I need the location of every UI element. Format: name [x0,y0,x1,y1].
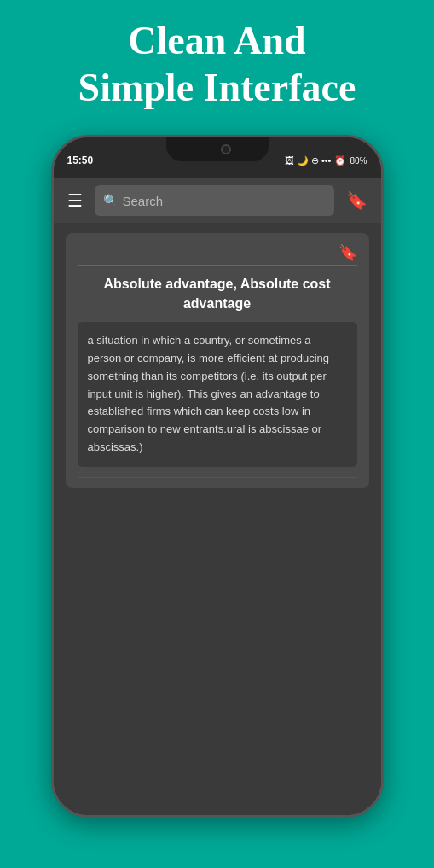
status-icons: 🖼 🌙 ⊕ ••• ⏰ 80% [285,150,367,166]
bookmark-toolbar-icon[interactable]: 🔖 [341,185,373,216]
alarm-icon: ⏰ [334,155,346,166]
card-bookmark-icon[interactable]: 🔖 [339,243,357,262]
header-line1: Clean And [128,19,305,62]
content-area: 🔖 Absolute advantage, Absolute cost adva… [54,223,381,506]
definition-card: 🔖 Absolute advantage, Absolute cost adva… [66,233,369,487]
definition-text-box: a situation in which a country, or somet… [78,322,357,467]
card-bottom-divider [78,477,357,478]
definition-text: a situation in which a country, or somet… [88,332,347,457]
card-header: 🔖 [78,243,357,262]
phone-notch [166,137,269,161]
battery-level: 80% [350,156,367,166]
search-icon: 🔍 [103,194,118,208]
status-time: 15:50 [67,149,94,166]
camera-dot [221,144,231,154]
app-toolbar: ☰ 🔍 Search 🔖 [54,178,381,223]
header-line2: Simple Interface [78,66,356,109]
card-title: Absolute advantage, Absolute cost advant… [78,275,357,313]
search-bar[interactable]: 🔍 Search [95,185,334,216]
search-placeholder: Search [123,194,164,208]
phone-body: 15:50 🖼 🌙 ⊕ ••• ⏰ 80% ☰ 🔍 Search 🔖 [51,135,384,818]
card-top-divider [78,265,357,266]
phone-mockup: 15:50 🖼 🌙 ⊕ ••• ⏰ 80% ☰ 🔍 Search 🔖 [0,126,434,818]
status-notification-icons: 🖼 🌙 ⊕ ••• [285,155,332,166]
menu-icon[interactable]: ☰ [62,185,88,216]
phone-screen: ☰ 🔍 Search 🔖 🔖 Absolute advantage, [54,178,381,815]
app-header: Clean And Simple Interface [0,0,434,126]
